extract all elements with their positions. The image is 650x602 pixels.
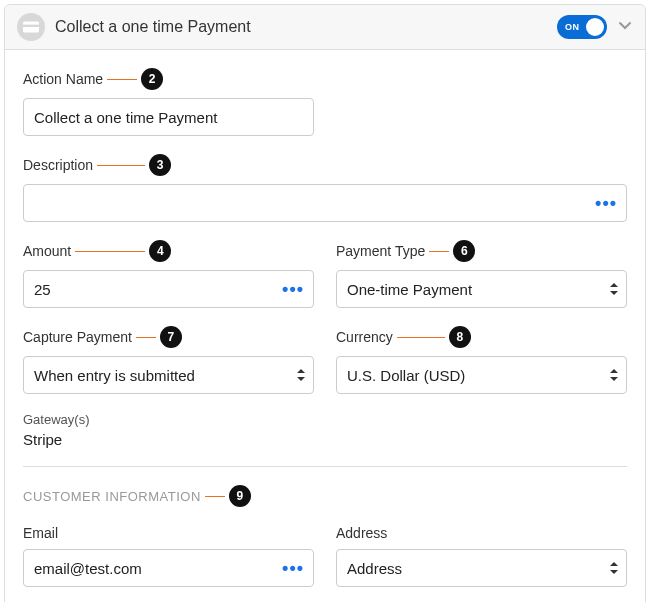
amount-label: Amount: [23, 243, 71, 259]
callout-connector: [97, 165, 145, 166]
callout-connector: [75, 251, 145, 252]
callout-9: 9: [229, 485, 251, 507]
field-address: Address Address: [336, 525, 627, 587]
merge-tags-icon[interactable]: •••: [282, 558, 304, 579]
callout-6: 6: [453, 240, 475, 262]
row-capture-currency: Capture Payment 7 When entry is submitte…: [23, 326, 627, 394]
gateway-value: Stripe: [23, 431, 627, 448]
field-capture-payment: Capture Payment 7 When entry is submitte…: [23, 326, 314, 394]
callout-connector: [136, 337, 156, 338]
action-name-label: Action Name: [23, 71, 103, 87]
field-description: Description 3 •••: [23, 154, 627, 222]
email-label: Email: [23, 525, 58, 541]
callout-connector: [397, 337, 445, 338]
panel-header: Collect a one time Payment ON: [5, 5, 645, 50]
payment-action-panel: Collect a one time Payment ON Action Nam…: [4, 4, 646, 602]
callout-connector: [205, 496, 225, 497]
section-customer-info: CUSTOMER INFORMATION 9: [23, 485, 627, 507]
field-currency: Currency 8 U.S. Dollar (USD): [336, 326, 627, 394]
currency-select[interactable]: U.S. Dollar (USD): [336, 356, 627, 394]
field-payment-type: Payment Type 6 One-time Payment: [336, 240, 627, 308]
callout-connector: [107, 79, 137, 80]
collapse-chevron-icon[interactable]: [617, 18, 633, 36]
action-name-input[interactable]: [23, 98, 314, 136]
toggle-knob: [586, 18, 604, 36]
customer-info-heading: CUSTOMER INFORMATION: [23, 489, 201, 504]
callout-8: 8: [449, 326, 471, 348]
gateway-label: Gateway(s): [23, 412, 627, 427]
merge-tags-icon[interactable]: •••: [595, 193, 617, 214]
svg-rect-1: [23, 25, 39, 27]
callout-7: 7: [160, 326, 182, 348]
panel-body: Action Name 2 Description 3 ••• Amount: [5, 50, 645, 602]
address-select[interactable]: Address: [336, 549, 627, 587]
email-input[interactable]: [23, 549, 314, 587]
panel-title: Collect a one time Payment: [55, 18, 547, 36]
field-action-name: Action Name 2: [23, 68, 314, 136]
capture-payment-label: Capture Payment: [23, 329, 132, 345]
capture-payment-select[interactable]: When entry is submitted: [23, 356, 314, 394]
callout-4: 4: [149, 240, 171, 262]
row-email-address: Email ••• Address Address: [23, 525, 627, 587]
callout-connector: [429, 251, 449, 252]
callout-3: 3: [149, 154, 171, 176]
field-amount: Amount 4 •••: [23, 240, 314, 308]
field-gateway: Gateway(s) Stripe: [23, 412, 627, 448]
description-label: Description: [23, 157, 93, 173]
amount-input[interactable]: [23, 270, 314, 308]
description-input[interactable]: [23, 184, 627, 222]
section-divider: [23, 466, 627, 467]
payment-type-label: Payment Type: [336, 243, 425, 259]
payment-type-select[interactable]: One-time Payment: [336, 270, 627, 308]
currency-label: Currency: [336, 329, 393, 345]
field-email: Email •••: [23, 525, 314, 587]
row-amount-paymenttype: Amount 4 ••• Payment Type 6 One-time Pay…: [23, 240, 627, 308]
address-label: Address: [336, 525, 387, 541]
merge-tags-icon[interactable]: •••: [282, 279, 304, 300]
toggle-label: ON: [565, 22, 580, 32]
callout-2: 2: [141, 68, 163, 90]
enable-toggle[interactable]: ON: [557, 15, 607, 39]
credit-card-icon: [17, 13, 45, 41]
